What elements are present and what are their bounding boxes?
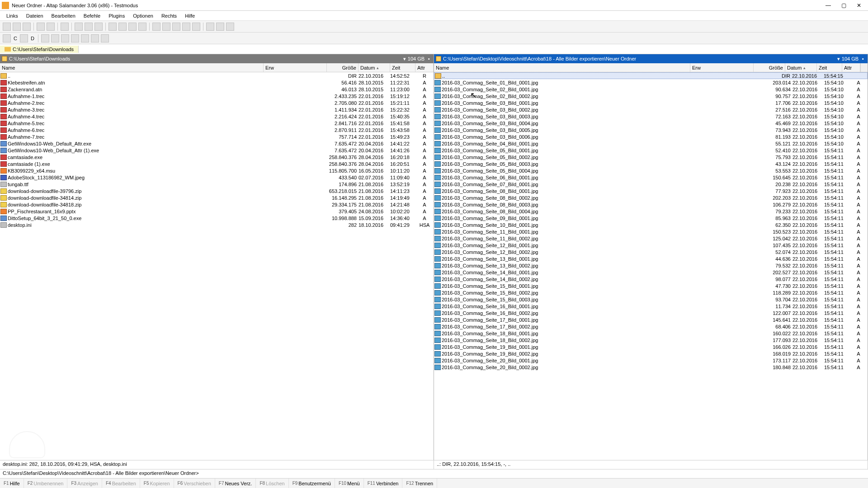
header-date[interactable]: Datum▴ xyxy=(359,63,390,72)
file-row[interactable]: 2016-03_Commag_Seite_14_Bild_0002.jpg98.… xyxy=(434,276,868,282)
fkey-f4[interactable]: F4Bearbeiten xyxy=(102,479,140,488)
toolbar-button[interactable] xyxy=(172,23,180,31)
header-time[interactable]: Zeit xyxy=(817,63,842,72)
file-row[interactable]: GetWindows10-Web_Default_Attr (1).exe7.6… xyxy=(0,147,434,154)
toolbar-button[interactable] xyxy=(81,34,89,42)
drive-c-label[interactable]: C xyxy=(13,36,18,41)
file-row[interactable]: 2016-03_Commag_Seite_17_Bild_0002.jpg68.… xyxy=(434,323,868,330)
file-row[interactable]: download-downloadfile-34818.zip29.334.17… xyxy=(0,201,434,208)
file-row[interactable]: 2016-03_Commag_Seite_18_Bild_0002.jpg177… xyxy=(434,337,868,343)
fkey-f11[interactable]: F11Verbinden xyxy=(364,479,403,488)
fkey-f6[interactable]: F6Verschieben xyxy=(174,479,215,488)
file-row[interactable]: 2016-03_Commag_Seite_17_Bild_0001.jpg145… xyxy=(434,316,868,323)
file-row[interactable]: 2016-03_Commag_Seite_19_Bild_0002.jpg168… xyxy=(434,350,868,357)
menu-rechts[interactable]: Rechts xyxy=(158,12,180,19)
toolbar-button[interactable] xyxy=(47,23,55,31)
toolbar-button[interactable] xyxy=(37,23,45,31)
file-row[interactable]: Aufnahme-5.trec2.841.71622.01.201615:41:… xyxy=(0,120,434,127)
file-row[interactable]: 2016-03_Commag_Seite_13_Bild_0001.jpg44.… xyxy=(434,255,868,262)
file-row[interactable]: 2016-03_Commag_Seite_03_Bild_0002.jpg27.… xyxy=(434,106,868,113)
close-button[interactable]: ✕ xyxy=(852,1,866,9)
header-name[interactable]: Name xyxy=(434,63,690,72)
file-row[interactable]: ..DIR22.10.201615:54:15 xyxy=(434,72,868,79)
file-row[interactable]: 2016-03_Commag_Seite_08_Bild_0004.jpg79.… xyxy=(434,208,868,215)
toolbar-button[interactable] xyxy=(61,34,69,42)
toolbar-button[interactable] xyxy=(91,34,99,42)
file-row[interactable]: AdobeStock_113186982_WM.jpeg433.54002.07… xyxy=(0,174,434,181)
header-ext[interactable]: Erw xyxy=(264,63,327,72)
toolbar-button[interactable] xyxy=(13,23,21,31)
toolbar-button[interactable] xyxy=(3,23,11,31)
chevron-down-icon[interactable]: ▾ xyxy=(401,56,408,62)
file-row[interactable]: 2016-03_Commag_Seite_03_Bild_0005.jpg73.… xyxy=(434,127,868,133)
menu-optionen[interactable]: Optionen xyxy=(129,12,157,19)
file-row[interactable]: 2016-03_Commag_Seite_16_Bild_0001.jpg11.… xyxy=(434,303,868,310)
file-row[interactable]: 2016-03_Commag_Seite_20_Bild_0001.jpg173… xyxy=(434,357,868,364)
toolbar-button[interactable] xyxy=(75,23,83,31)
toolbar-button[interactable] xyxy=(152,23,160,31)
file-row[interactable]: 2016-03_Commag_Seite_08_Bild_0001.jpg77.… xyxy=(434,188,868,194)
header-size[interactable]: Größe xyxy=(754,63,785,72)
right-pathbar[interactable]: C:\Users\Stefan\Desktop\Videoschnitt\Acr… xyxy=(434,54,868,63)
menu-hilfe[interactable]: Hilfe xyxy=(181,12,198,19)
command-line[interactable]: C:\Users\Stefan\Desktop\Videoschnitt\Acr… xyxy=(0,469,868,478)
menu-dateien[interactable]: Dateien xyxy=(23,12,47,19)
tab-downloads[interactable]: C:\Users\Stefan\Downloads xyxy=(0,46,79,53)
file-row[interactable]: 2016-03_Commag_Seite_05_Bild_0004.jpg53.… xyxy=(434,167,868,174)
menu-bearbeiten[interactable]: Bearbeiten xyxy=(48,12,79,19)
file-row[interactable]: 2016-03_Commag_Seite_05_Bild_0003.jpg43.… xyxy=(434,160,868,167)
file-row[interactable]: download-downloadfile-34814.zip16.148.29… xyxy=(0,194,434,201)
toolbar-button[interactable] xyxy=(85,23,93,31)
file-row[interactable]: 2016-03_Commag_Seite_06_Bild_0001.jpg150… xyxy=(434,174,868,181)
file-row[interactable]: 2016-03_Commag_Seite_19_Bild_0001.jpg166… xyxy=(434,343,868,350)
file-row[interactable]: 2016-03_Commag_Seite_13_Bild_0002.jpg79.… xyxy=(434,262,868,269)
file-row[interactable]: Aufnahme-7.trec757.71422.01.201615:49:23… xyxy=(0,133,434,140)
toolbar-button[interactable] xyxy=(128,23,137,31)
header-time[interactable]: Zeit xyxy=(390,63,415,72)
file-row[interactable]: 2016-03_Commag_Seite_15_Bild_0001.jpg47.… xyxy=(434,282,868,289)
toolbar-button[interactable] xyxy=(118,23,127,31)
file-row[interactable]: 2016-03_Commag_Seite_08_Bild_0002.jpg202… xyxy=(434,194,868,201)
fkey-f2[interactable]: F2Umbenennen xyxy=(24,479,68,488)
file-row[interactable]: ..DIR22.10.201614:52:52R xyxy=(0,72,434,79)
file-row[interactable]: 2016-03_Commag_Seite_03_Bild_0004.jpg45.… xyxy=(434,120,868,127)
toolbar-button[interactable] xyxy=(192,23,200,31)
file-row[interactable]: GetWindows10-Web_Default_Attr.exe7.635.4… xyxy=(0,140,434,147)
file-row[interactable]: 2016-03_Commag_Seite_14_Bild_0001.jpg202… xyxy=(434,269,868,276)
toolbar-button[interactable] xyxy=(108,23,117,31)
toolbar-button[interactable] xyxy=(41,34,49,42)
file-row[interactable]: 2016-03_Commag_Seite_01_Bild_0001.jpg203… xyxy=(434,79,868,86)
file-row[interactable]: 2016-03_Commag_Seite_05_Bild_0001.jpg52.… xyxy=(434,147,868,154)
fkey-f10[interactable]: F10Menü xyxy=(335,479,364,488)
file-row[interactable]: 2016-03_Commag_Seite_10_Bild_0001.jpg62.… xyxy=(434,221,868,228)
toolbar-button[interactable] xyxy=(23,23,31,31)
maximize-button[interactable]: ▢ xyxy=(836,1,851,9)
toolbar-button[interactable] xyxy=(226,23,234,31)
drive-d-icon[interactable] xyxy=(20,34,28,42)
toolbar-button[interactable] xyxy=(216,23,224,31)
file-row[interactable]: tungab.ttf174.89621.08.201613:52:19A xyxy=(0,181,434,188)
toolbar-button[interactable] xyxy=(71,34,79,42)
file-row[interactable]: 2016-03_Commag_Seite_20_Bild_0002.jpg180… xyxy=(434,364,868,371)
file-row[interactable]: Aufnahme-6.trec2.870.91122.01.201615:43:… xyxy=(0,127,434,133)
file-row[interactable]: desktop.ini28218.10.201609:41:29HSA xyxy=(0,221,434,228)
minimize-button[interactable]: — xyxy=(821,1,835,9)
file-row[interactable]: Zackenrand.atn46.01328.10.201511:23:00A xyxy=(0,86,434,93)
header-attr[interactable]: Attr xyxy=(415,63,434,72)
toolbar-button[interactable] xyxy=(101,34,109,42)
menu-links[interactable]: Links xyxy=(3,12,22,19)
fkey-f1[interactable]: F1Hilfe xyxy=(0,479,24,488)
toolbar-button[interactable] xyxy=(182,23,190,31)
file-row[interactable]: 2016-03_Commag_Seite_02_Bild_0001.jpg90.… xyxy=(434,86,868,93)
disk-icon[interactable]: ▪ xyxy=(426,56,432,61)
fkey-f12[interactable]: F12Trennen xyxy=(402,479,437,488)
fkey-f3[interactable]: F3Anzeigen xyxy=(67,479,102,488)
file-row[interactable]: 2016-03_Commag_Seite_11_Bild_0001.jpg150… xyxy=(434,228,868,235)
chevron-down-icon[interactable]: ▾ xyxy=(835,56,842,62)
file-row[interactable]: 2016-03_Commag_Seite_03_Bild_0006.jpg81.… xyxy=(434,133,868,140)
file-row[interactable]: 2016-03_Commag_Seite_07_Bild_0001.jpg20.… xyxy=(434,181,868,188)
file-row[interactable]: 2016-03_Commag_Seite_04_Bild_0001.jpg55.… xyxy=(434,140,868,147)
file-row[interactable]: 2016-03_Commag_Seite_03_Bild_0001.jpg17.… xyxy=(434,99,868,106)
scrollbar[interactable] xyxy=(860,63,868,72)
toolbar-button[interactable] xyxy=(51,34,59,42)
